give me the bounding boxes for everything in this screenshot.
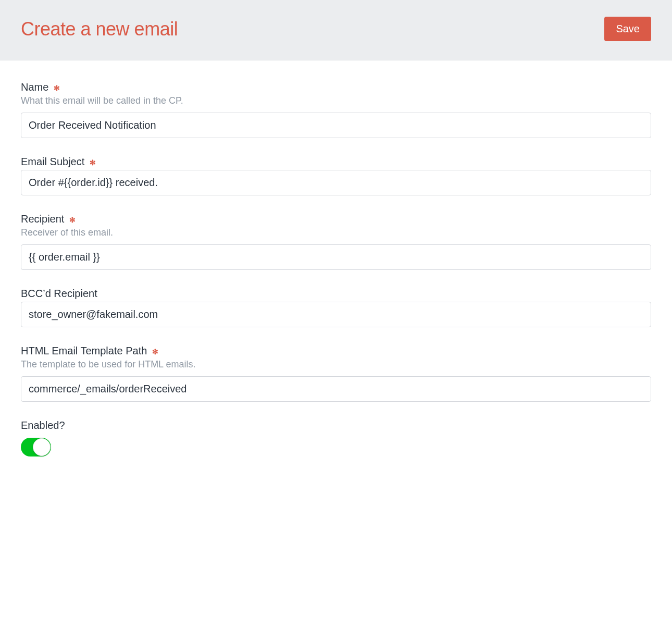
- label-text: Recipient: [21, 213, 64, 225]
- label-text: BCC’d Recipient: [21, 288, 97, 299]
- field-template: HTML Email Template Path ✻ The template …: [21, 345, 651, 402]
- page-header: Create a new email Save: [0, 0, 672, 60]
- enabled-label: Enabled?: [21, 419, 651, 431]
- required-icon: ✻: [90, 158, 96, 167]
- form-container: Name ✻ What this email will be called in…: [0, 60, 672, 497]
- recipient-input[interactable]: [21, 244, 651, 270]
- required-icon: ✻: [69, 216, 76, 224]
- bcc-input[interactable]: [21, 302, 651, 327]
- name-input[interactable]: [21, 113, 651, 138]
- template-input[interactable]: [21, 376, 651, 402]
- field-bcc: BCC’d Recipient: [21, 288, 651, 327]
- save-button[interactable]: Save: [604, 17, 651, 41]
- enabled-toggle[interactable]: [21, 438, 51, 456]
- required-icon: ✻: [54, 84, 60, 92]
- required-icon: ✻: [152, 348, 158, 356]
- subject-input[interactable]: [21, 170, 651, 195]
- label-text: Name: [21, 81, 48, 93]
- field-enabled: Enabled?: [21, 419, 651, 459]
- recipient-help: Receiver of this email.: [21, 227, 651, 238]
- toggle-knob: [33, 438, 51, 456]
- subject-label: Email Subject ✻: [21, 156, 651, 168]
- field-recipient: Recipient ✻ Receiver of this email.: [21, 213, 651, 270]
- field-name: Name ✻ What this email will be called in…: [21, 81, 651, 138]
- label-text: Email Subject: [21, 156, 84, 167]
- label-text: HTML Email Template Path: [21, 345, 147, 356]
- bcc-label: BCC’d Recipient: [21, 288, 651, 300]
- name-help: What this email will be called in the CP…: [21, 95, 651, 106]
- page-title: Create a new email: [21, 18, 178, 40]
- recipient-label: Recipient ✻: [21, 213, 651, 225]
- template-help: The template to be used for HTML emails.: [21, 359, 651, 370]
- name-label: Name ✻: [21, 81, 651, 93]
- field-subject: Email Subject ✻: [21, 156, 651, 195]
- template-label: HTML Email Template Path ✻: [21, 345, 651, 357]
